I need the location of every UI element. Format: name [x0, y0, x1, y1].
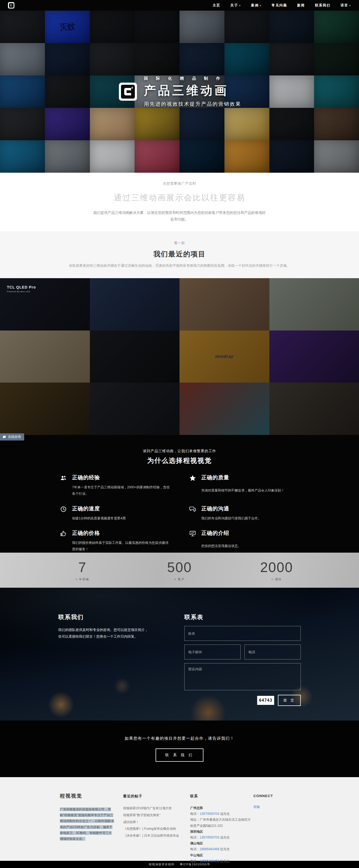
project-tile[interactable]: [90, 278, 180, 331]
submit-button[interactable]: 提 交: [278, 695, 301, 706]
hero-thumbnail[interactable]: [45, 43, 90, 75]
project-tile[interactable]: [90, 382, 180, 435]
footer-connect-heading: CONNECT: [253, 794, 299, 798]
phone-field[interactable]: [244, 645, 301, 659]
icp-link[interactable]: 粤ICP备15016355号: [180, 862, 210, 866]
hero-thumbnail[interactable]: [224, 108, 269, 140]
footer-contact-city: 佛山地区: [190, 840, 253, 846]
footer-about: 程视视觉 广东程视视觉科技股份有限公司，简称"程视视觉"是国内最早专注于产品三维…: [60, 793, 123, 864]
hero-thumbnail[interactable]: [314, 140, 359, 173]
stat-label: + 年经验: [34, 577, 131, 581]
main-nav: 主页关于▾案例▾常见问题新闻联系我们语言▾: [213, 3, 351, 8]
hero-thumbnail[interactable]: [135, 140, 180, 173]
hero-thumbnail[interactable]: [180, 108, 224, 140]
footer-phone-link[interactable]: 13570550703: [200, 812, 219, 816]
project-tile[interactable]: mindray: [180, 331, 269, 383]
hero-thumbnail[interactable]: [135, 43, 180, 75]
hero-thumbnail[interactable]: [135, 11, 180, 43]
project-tile[interactable]: [0, 331, 90, 383]
hero-thumbnail[interactable]: [314, 75, 359, 108]
project-tile[interactable]: TCL QLED ProPowered By Mini-LED: [0, 278, 90, 331]
hero-thumbnail[interactable]: [0, 43, 45, 75]
project-tile[interactable]: [90, 331, 180, 383]
footer-connect-link[interactable]: 程视: [253, 805, 260, 809]
hero-thumbnail[interactable]: [45, 140, 90, 173]
email-field[interactable]: [184, 645, 241, 659]
feature-item: 正确的介绍把你的想法呈现最佳状态。: [189, 529, 299, 553]
hero-thumbnail[interactable]: [314, 11, 359, 43]
hero-thumbnail[interactable]: [0, 140, 45, 173]
hero-thumbnail[interactable]: [90, 75, 135, 108]
project-caption-sub: Powered By Mini-LED: [7, 290, 36, 293]
footer-post-link[interactable]: 成功挂牌！: [123, 819, 190, 826]
hero-thumbnail[interactable]: [135, 75, 180, 108]
message-field[interactable]: [184, 663, 301, 690]
project-caption: mindray: [215, 354, 233, 359]
project-tile[interactable]: [180, 382, 269, 435]
feature-title: 正确的介绍: [201, 529, 299, 537]
hero-thumbnail[interactable]: [0, 11, 45, 43]
hero-thumbnail[interactable]: [180, 140, 224, 173]
chat-icon: [189, 505, 196, 513]
online-consult-label: 在线咨询: [8, 435, 21, 439]
hero-thumbnail[interactable]: [90, 140, 135, 173]
hero-thumbnail[interactable]: [269, 43, 314, 75]
hero-thumbnail[interactable]: [224, 140, 269, 173]
hero-thumbnail[interactable]: [269, 11, 314, 43]
footer-post-link[interactable]: 程视斩获2019现代广告奖11项大奖: [123, 805, 190, 812]
nav-item-案例[interactable]: 案例▾: [251, 3, 262, 8]
hero-thumbnail[interactable]: [90, 43, 135, 75]
footer-post-link[interactable]: 程视荣获"数字营销先锋奖": [123, 812, 190, 819]
hero-thumbnail[interactable]: [135, 108, 180, 140]
hero-thumbnail[interactable]: [90, 108, 135, 140]
chat-bubble-icon: [2, 435, 6, 439]
project-tile[interactable]: [269, 382, 359, 435]
site-logo[interactable]: C: [8, 2, 15, 8]
hero-thumbnail[interactable]: [269, 108, 314, 140]
why-kicker: 谈到产品三维动画，让我们来做繁重的工作: [0, 449, 359, 454]
project-tile[interactable]: [269, 331, 359, 383]
nav-item-常见问题[interactable]: 常见问题: [272, 3, 287, 8]
hero-thumbnail[interactable]: 灭蚊: [45, 11, 90, 43]
cta-contact-button[interactable]: 联 系 我 们: [156, 748, 203, 762]
hero-thumbnail[interactable]: [224, 43, 269, 75]
captcha-image[interactable]: 64743: [257, 696, 274, 705]
hero-thumbnail[interactable]: [180, 43, 224, 75]
hero-thumbnail[interactable]: [314, 43, 359, 75]
footer-post-link[interactable]: 《沐浴奇缘》| 日丰卫浴品牌升级发布会: [123, 832, 190, 839]
hero-thumbnail[interactable]: [45, 75, 90, 108]
hero-thumbnail[interactable]: [45, 108, 90, 140]
nav-item-语言[interactable]: 语言▾: [340, 3, 351, 8]
footer-contact-line: 电话：18565492456 区先生: [190, 846, 253, 852]
nav-item-关于[interactable]: 关于▾: [230, 3, 241, 8]
hero-thumbnail[interactable]: [314, 108, 359, 140]
hero-thumbnail[interactable]: [269, 75, 314, 108]
recent-heading: 我们最近的项目: [154, 249, 205, 259]
nav-item-新闻[interactable]: 新闻: [297, 3, 305, 8]
footer-post-link[interactable]: 《光想视界》| Fuxing发布会概念动画: [123, 826, 190, 832]
nav-item-联系我们[interactable]: 联系我们: [315, 3, 330, 8]
project-tile[interactable]: [180, 278, 269, 331]
nav-item-主页[interactable]: 主页: [213, 3, 220, 8]
project-tile[interactable]: [0, 382, 90, 435]
footer-phone-link[interactable]: 18565492456: [200, 847, 219, 851]
feature-desc: 创建1分钟的高质量视频通常需要4周: [72, 516, 170, 522]
hero-thumbnail[interactable]: [0, 108, 45, 140]
hero-thumbnail[interactable]: [0, 75, 45, 108]
footer-phone-link[interactable]: 13570550703: [200, 836, 219, 839]
hero-thumbnail[interactable]: [180, 75, 224, 108]
feature-desc: 我们的专业和沟通技巧使我们易于合作。: [201, 516, 299, 522]
footer-contact-lines: 广州总部电话：13570550703 温先生地址：广州市番禺区大石镇石北工业路巨…: [190, 805, 253, 864]
projects-grid: TCL QLED ProPowered By Mini-LEDmindray: [0, 278, 359, 435]
hero-thumbnail[interactable]: [180, 11, 224, 43]
project-tile[interactable]: [269, 278, 359, 331]
hero-thumbnail[interactable]: [269, 140, 314, 173]
top-nav-bar: C 主页关于▾案例▾常见问题新闻联系我们语言▾: [0, 0, 359, 11]
hero-thumbnail[interactable]: [224, 11, 269, 43]
stat-item: 500+ 客户: [131, 559, 228, 581]
hero-thumbnail[interactable]: [90, 11, 135, 43]
hero-thumbnail[interactable]: [224, 75, 269, 108]
contact-form: 64743 提 交: [184, 626, 301, 706]
name-field[interactable]: [184, 626, 301, 641]
online-consult-badge[interactable]: 在线咨询: [0, 433, 24, 440]
